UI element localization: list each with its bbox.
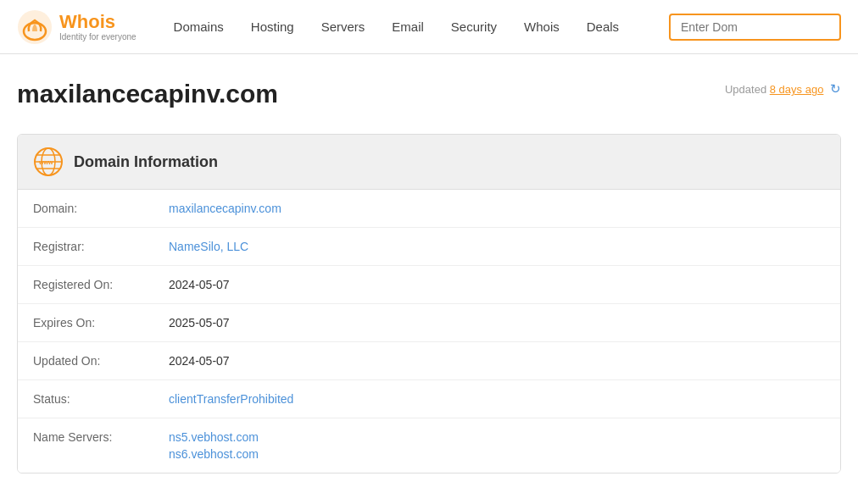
- field-label-registrar: Registrar:: [33, 240, 169, 253]
- field-label-registered-on: Registered On:: [33, 278, 169, 291]
- nav-links: Domains Hosting Servers Email Security W…: [162, 13, 669, 41]
- table-row: Registered On: 2024-05-07: [18, 266, 840, 304]
- nav-domains[interactable]: Domains: [162, 13, 236, 41]
- card-header: www Domain Information: [18, 135, 840, 190]
- card-title: Domain Information: [74, 153, 218, 171]
- www-icon: www: [33, 147, 64, 177]
- table-row: Domain: maxilancecapinv.com: [18, 190, 840, 228]
- table-row: Status: clientTransferProhibited: [18, 380, 840, 418]
- name-server-2[interactable]: ns6.vebhost.com: [169, 447, 259, 461]
- name-server-1[interactable]: ns5.vebhost.com: [169, 430, 259, 444]
- updated-info: Updated 8 days ago ↻: [725, 81, 841, 97]
- field-label-status: Status:: [33, 392, 169, 406]
- table-row: Expires On: 2025-05-07: [18, 304, 840, 342]
- status-prohibited-part: Prohibited: [240, 392, 293, 406]
- field-value-registered-on: 2024-05-07: [169, 278, 230, 291]
- nav-security[interactable]: Security: [439, 13, 509, 41]
- logo-tagline: Identity for everyone: [59, 32, 136, 42]
- main-content: maxilancecapinv.com Updated 8 days ago ↻…: [0, 54, 858, 490]
- nav-whois[interactable]: Whois: [512, 13, 571, 41]
- table-row: Registrar: NameSilo, LLC: [18, 228, 840, 266]
- domain-card: www Domain Information Domain: maxilance…: [17, 134, 841, 474]
- field-value-domain[interactable]: maxilancecapinv.com: [169, 202, 281, 215]
- nav-deals[interactable]: Deals: [575, 13, 631, 41]
- navbar: Whois Identity for everyone Domains Host…: [0, 0, 858, 54]
- updated-label: Updated: [725, 83, 766, 96]
- card-body: Domain: maxilancecapinv.com Registrar: N…: [18, 190, 840, 473]
- refresh-icon[interactable]: ↻: [830, 81, 841, 96]
- status-client-part: clientTransfer: [169, 392, 240, 406]
- updated-time[interactable]: 8 days ago: [770, 83, 824, 96]
- table-row: Name Servers: ns5.vebhost.com ns6.vebhos…: [18, 418, 840, 473]
- nav-email[interactable]: Email: [380, 13, 436, 41]
- field-label-domain: Domain:: [33, 202, 169, 215]
- field-value-updated-on: 2024-05-07: [169, 354, 230, 368]
- nav-hosting[interactable]: Hosting: [239, 13, 306, 41]
- name-servers-block: ns5.vebhost.com ns6.vebhost.com: [169, 430, 259, 461]
- nav-servers[interactable]: Servers: [309, 13, 377, 41]
- field-value-status: clientTransferProhibited: [169, 392, 293, 406]
- page-title: maxilancecapinv.com: [17, 80, 841, 108]
- field-value-expires-on: 2025-05-07: [169, 316, 230, 330]
- logo-icon: [17, 9, 53, 45]
- field-label-name-servers: Name Servers:: [33, 430, 169, 444]
- logo-text: Whois Identity for everyone: [59, 12, 136, 42]
- svg-text:www: www: [38, 159, 53, 165]
- logo-name: Whois: [59, 12, 136, 32]
- field-value-registrar[interactable]: NameSilo, LLC: [169, 240, 248, 253]
- field-label-expires-on: Expires On:: [33, 316, 169, 330]
- field-label-updated-on: Updated On:: [33, 354, 169, 368]
- logo-link[interactable]: Whois Identity for everyone: [17, 9, 136, 45]
- search-input[interactable]: [669, 14, 841, 41]
- table-row: Updated On: 2024-05-07: [18, 342, 840, 380]
